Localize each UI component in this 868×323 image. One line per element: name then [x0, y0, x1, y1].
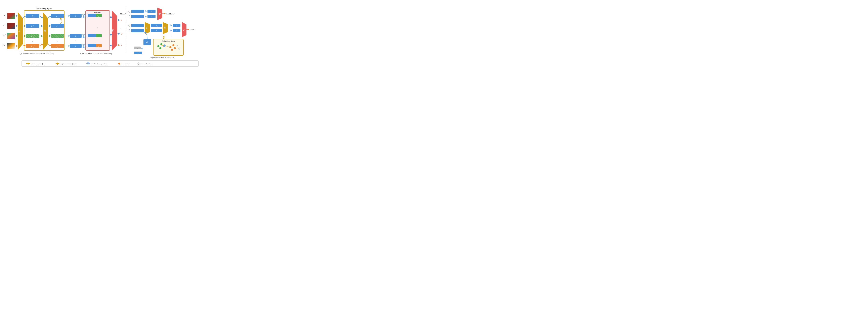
label-x1minus-sub: 1 [4, 35, 5, 37]
label-hkminus-sub: K [33, 46, 34, 48]
arrow-H-to-zplus [48, 26, 51, 26]
caption-a: (a) Instance-level Contrastive Embedding [20, 52, 54, 55]
label-b-hi-mid: h [75, 35, 76, 37]
label-x1minus: x [2, 34, 4, 36]
diagram-svg: x i [2, 2, 217, 74]
plus-top: ⊕ [83, 15, 84, 17]
label-x1minus-sup: − [5, 34, 6, 35]
c-label-xi-sub: i [129, 11, 130, 13]
emb-dot-green-1 [157, 45, 159, 47]
label-c-htilde: h̃ [156, 29, 157, 31]
feat-hplus [26, 24, 39, 28]
semantic-space-label-1: Semantic [94, 12, 101, 14]
label-b-hi-bot-sub: i [77, 46, 78, 48]
label-zkminus-sub: K [57, 46, 59, 48]
attr-as-blue [88, 44, 96, 47]
plus-mid: ⊕ [83, 35, 84, 37]
bird-xplus [7, 23, 15, 29]
feat-h1minus [26, 34, 39, 38]
label-xi: x [4, 14, 5, 16]
label-hkminus-sup: − [34, 45, 35, 46]
label-hi-sub: i [34, 16, 34, 17]
c-feat-xi [131, 10, 144, 13]
plus-bot: ⊕ [83, 45, 84, 47]
bird-xkminus [7, 43, 15, 49]
plus-G-input: ⊕ [141, 47, 143, 50]
label-h1minus: h [31, 35, 32, 37]
H-arrow-label: H [163, 36, 165, 38]
emb-space-c-label: Embedding Space [162, 40, 175, 42]
attr-aplus-blue [88, 34, 96, 37]
feat-hkminus [26, 44, 39, 48]
c-F-label: F [183, 29, 185, 31]
emb-dot-green-3 [159, 47, 161, 49]
label-xkminus-sup: − [5, 43, 6, 45]
label-hplus-sup: + [33, 25, 34, 27]
dots-h: ⋮ [32, 40, 34, 42]
label-a-F-bot: a [176, 30, 177, 32]
c-feat-xtilde-1 [131, 15, 144, 18]
label-hkminus: h [31, 45, 32, 47]
legend-box [22, 61, 198, 67]
label-zi-sub: i [58, 16, 58, 17]
label-b-hi-mid-sub: i [77, 36, 78, 38]
emb-dot-orange-2 [173, 44, 175, 46]
G-label: G [146, 41, 148, 44]
c-feat-xtilde-2 [131, 29, 144, 32]
label-xkminus: x [2, 43, 4, 45]
arrow-hi-to-H [39, 16, 43, 18]
label-aplus-sup: + [98, 34, 99, 36]
match-label: Match? [120, 13, 126, 15]
c-E-label: E [146, 27, 147, 29]
legend-label-negative: negative relation (push) [60, 63, 76, 65]
label-zkminus: z [56, 45, 57, 47]
D-output: Real/Fake? [166, 13, 175, 15]
label-b-hi-top: h [75, 15, 76, 17]
arrow-feedback-gold [60, 18, 62, 24]
label-hi: h [32, 15, 33, 17]
result-cross-bot: × [121, 44, 122, 47]
label-b-hi-bot: h [75, 45, 76, 47]
label-z1minus-sup: − [59, 35, 60, 36]
arrow-hkminus-to-H [39, 44, 43, 46]
arrow-hplus-to-H [39, 26, 43, 26]
caption-b: (b) Class-level Contrastive Embedding [81, 52, 112, 55]
embedding-box-a-label: Embedding Space [37, 7, 52, 10]
plus-F-bot: ⊕ [170, 29, 172, 32]
label-z1minus-sub: 1 [58, 36, 58, 38]
emb-dot-orange-4 [174, 47, 176, 49]
legend-dot-real [118, 63, 120, 65]
label-zplus: z [56, 25, 57, 27]
dots-z: ⋮ [56, 40, 58, 42]
legend-plus: ⊕ [87, 63, 89, 65]
result-cross-top: × [121, 19, 122, 22]
label-xplus-sup: + [4, 24, 5, 25]
label-as: a [96, 45, 97, 47]
label-a-D-bot: a [151, 15, 152, 17]
label-c-hi: h [156, 24, 157, 26]
attr-a1-blue [88, 14, 96, 17]
bird-x1minus [7, 33, 15, 39]
label-a-bottom: a [137, 52, 138, 54]
legend-label-concat: concatenating operation [90, 63, 107, 65]
feat-zi [51, 14, 64, 17]
label-a1-sub: 1 [98, 16, 99, 17]
label-zi: z [56, 15, 57, 17]
bird-xi [7, 13, 15, 19]
epsilon-label: ε [137, 47, 138, 49]
label-xkminus-sub: K [4, 44, 5, 46]
c-H-label: H [163, 27, 166, 29]
emb-dot-orange-3 [171, 49, 173, 51]
dots-sem: ⋮ [97, 26, 99, 29]
label-zkminus-sup: − [59, 45, 60, 46]
label-as-sub: S [98, 46, 99, 47]
label-zplus-sup: + [58, 25, 59, 27]
caption-c: (c) Hybrid GZSL Framework [151, 57, 174, 59]
plus-D-bot: ⊕ [145, 15, 147, 18]
c-label-xi-2: x [128, 24, 129, 27]
emb-dot-green-2 [160, 43, 162, 45]
arrow-sem-to-F-bot [110, 45, 112, 46]
emb-dot-white-1 [177, 45, 178, 47]
label-h1minus-sub: 1 [33, 36, 34, 38]
main-container: x i [0, 0, 217, 77]
